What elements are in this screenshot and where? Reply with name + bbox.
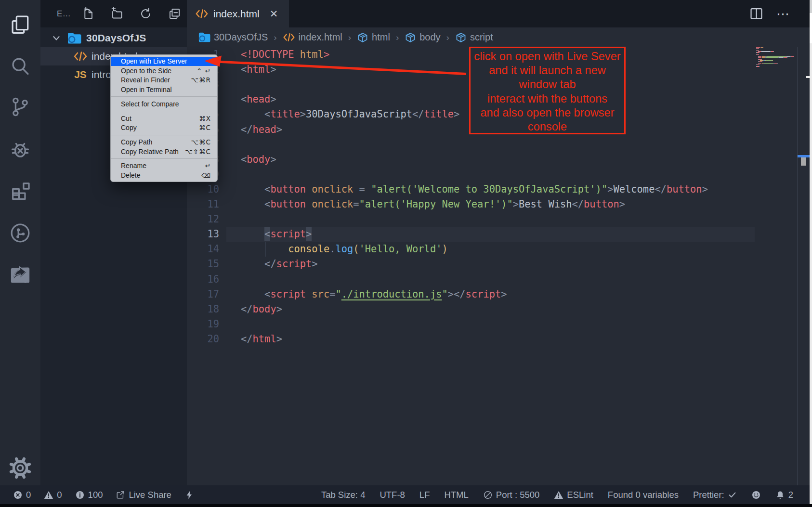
indent-guide <box>242 107 242 122</box>
status-live-share[interactable]: Live Share <box>116 490 171 500</box>
status-errors[interactable]: 0 <box>13 490 31 500</box>
menu-shortcut: ⌥⌘C <box>191 138 211 146</box>
tab-label: index.html <box>213 8 260 20</box>
menu-item-open-with-live-server[interactable]: Open with Live Server <box>111 57 217 66</box>
minimap-line <box>756 50 797 51</box>
minimap-line <box>756 64 797 65</box>
status-tab-size[interactable]: Tab Size: 4 <box>321 490 366 500</box>
background-window-sliver-bright <box>810 13 812 43</box>
minimap-line <box>756 61 797 62</box>
status-warnings[interactable]: 0 <box>44 490 62 500</box>
new-folder-icon[interactable] <box>110 7 123 20</box>
menu-item-rename[interactable]: Rename↵ <box>111 161 217 171</box>
tab-index-html[interactable]: index.html ✕ <box>187 0 289 27</box>
status-infos[interactable]: 100 <box>75 490 103 500</box>
warning-icon <box>44 490 53 500</box>
breadcrumb-index.html[interactable]: index.html <box>283 32 342 43</box>
cube-icon <box>405 32 416 43</box>
activity-item-run-debug[interactable] <box>0 134 40 165</box>
status-prettier[interactable]: Prettier: <box>693 490 737 500</box>
line-number: 20 <box>187 332 219 347</box>
code-line-16: 16 <box>187 272 797 287</box>
menu-item-delete[interactable]: Delete⌫ <box>111 170 217 180</box>
line-number: 11 <box>187 197 219 212</box>
lightning-icon <box>184 490 194 500</box>
menu-item-reveal-in-finder[interactable]: Reveal in Finder⌥⌘R <box>111 76 217 85</box>
minimap[interactable] <box>756 47 797 124</box>
line-number: 12 <box>187 212 219 227</box>
activity-item-remote[interactable] <box>0 218 40 248</box>
line-number: 19 <box>187 317 219 332</box>
menu-shortcut: ⌘X <box>199 115 211 122</box>
overview-ruler-border <box>797 47 798 485</box>
status-feedback[interactable] <box>751 490 761 500</box>
explorer-header: E… <box>40 0 187 27</box>
status-encoding[interactable]: UTF-8 <box>380 490 405 500</box>
breadcrumb-html[interactable]: html <box>357 32 390 43</box>
menu-shortcut: ⌫ <box>201 171 211 179</box>
cube-icon <box>455 32 467 43</box>
overview-ruler-handle[interactable] <box>801 157 806 166</box>
menu-item-copy-path[interactable]: Copy Path⌥⌘C <box>111 137 217 147</box>
git-branch-icon <box>9 96 31 118</box>
status-variables[interactable]: Found 0 variables <box>608 490 679 500</box>
annotation-box: click on open with Live Severand it will… <box>469 47 626 134</box>
code-line-15: 15 </script> <box>187 257 797 272</box>
minimap-line <box>756 63 797 64</box>
code-line-12: 12 <box>187 212 797 227</box>
split-editor-icon[interactable] <box>749 6 764 21</box>
status-power[interactable] <box>184 490 194 500</box>
activity-item-extensions[interactable] <box>0 176 40 207</box>
menu-item-cut[interactable]: Cut⌘X <box>111 114 217 123</box>
close-icon[interactable]: ✕ <box>270 8 278 20</box>
breadcrumb-body[interactable]: body <box>405 32 440 43</box>
smiley-icon <box>751 490 761 500</box>
activity-item-source-control[interactable] <box>0 91 40 122</box>
breadcrumb-30DaysOfJS[interactable]: 30DaysOfJS <box>198 32 268 43</box>
activity-item-explorer[interactable] <box>0 9 40 40</box>
check-icon <box>728 490 737 499</box>
new-file-icon[interactable] <box>81 7 94 20</box>
minimap-line <box>756 48 797 49</box>
activity-item-manage[interactable] <box>0 453 40 483</box>
menu-item-copy-relative-path[interactable]: Copy Relative Path⌥⇧⌘C <box>111 147 217 156</box>
tree-folder-30daysofjs[interactable]: 30DaysOfJS <box>40 29 187 47</box>
explorer-title: E… <box>57 9 71 19</box>
share-arrow-icon <box>9 263 31 286</box>
menu-item-copy[interactable]: Copy⌘C <box>111 123 217 132</box>
menu-item-select-for-compare[interactable]: Select for Compare <box>111 99 217 109</box>
code-line-9: 9 <box>187 167 797 182</box>
minimap-line <box>756 54 797 55</box>
status-eol[interactable]: LF <box>419 490 430 500</box>
warning-solid-icon <box>554 490 563 500</box>
status-notifications[interactable]: 2 <box>775 490 793 500</box>
collapse-all-icon[interactable] <box>168 7 181 20</box>
status-language[interactable]: HTML <box>444 490 468 500</box>
menu-item-open-to-the-side[interactable]: Open to the Side⌃ ↵ <box>111 66 217 76</box>
search-icon <box>9 55 31 77</box>
code-line-14: 14 console.log('Hello, World') <box>187 242 797 257</box>
code-line-8: 8<body> <box>187 152 797 167</box>
menu-item-open-in-terminal[interactable]: Open in Terminal <box>111 85 217 94</box>
activity-item-live-share[interactable] <box>0 259 40 290</box>
activity-item-search[interactable] <box>0 51 40 81</box>
line-number: 10 <box>187 182 219 197</box>
refresh-icon[interactable] <box>139 7 152 20</box>
chevron-down-icon <box>51 33 62 43</box>
code-line-7: 7 <box>187 137 797 152</box>
code-line-18: 18</body> <box>187 302 797 317</box>
code-line-20: 20</html> <box>187 332 797 347</box>
breadcrumb-script[interactable]: script <box>455 32 493 43</box>
folder-name: 30DaysOfJS <box>86 32 146 44</box>
menu-shortcut: ⌥⇧⌘C <box>185 148 211 156</box>
more-actions-icon[interactable]: ⋯ <box>776 6 790 22</box>
annotation-line: click on open with Live Sever <box>456 50 639 64</box>
annotation-line: interact with the buttons <box>456 92 639 106</box>
status-port[interactable]: Port : 5500 <box>483 490 540 500</box>
status-eslint[interactable]: ESLint <box>554 490 593 500</box>
menu-separator <box>111 135 217 135</box>
breadcrumbs: 30DaysOfJS›index.html›html›body›script <box>187 27 810 47</box>
minimap-line <box>756 56 797 57</box>
indent-guide <box>242 167 242 301</box>
annotation-line: console <box>456 120 639 134</box>
